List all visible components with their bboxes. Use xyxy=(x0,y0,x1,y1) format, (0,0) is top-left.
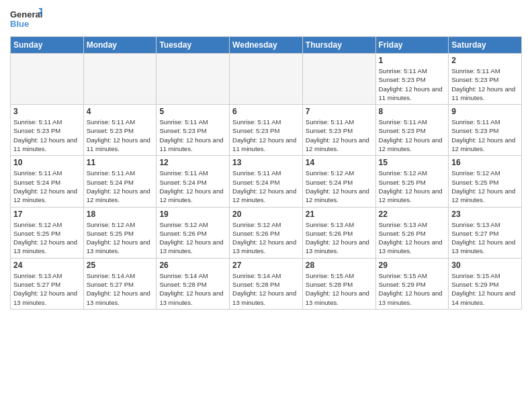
day-number: 19 xyxy=(159,210,226,219)
day-number: 10 xyxy=(13,158,81,167)
day-number: 28 xyxy=(306,261,373,270)
day-info: Sunrise: 5:11 AMSunset: 5:24 PMDaylight:… xyxy=(159,169,226,204)
day-number: 18 xyxy=(87,210,154,219)
calendar-cell: 19Sunrise: 5:12 AMSunset: 5:26 PMDayligh… xyxy=(157,207,230,258)
day-info: Sunrise: 5:12 AMSunset: 5:25 PMDaylight:… xyxy=(379,169,446,204)
day-number: 3 xyxy=(13,107,81,116)
calendar-cell xyxy=(302,54,375,105)
day-info: Sunrise: 5:11 AMSunset: 5:23 PMDaylight:… xyxy=(87,118,154,153)
calendar-cell xyxy=(230,54,303,105)
day-info: Sunrise: 5:11 AMSunset: 5:23 PMDaylight:… xyxy=(379,66,446,102)
week-row-5: 24Sunrise: 5:13 AMSunset: 5:27 PMDayligh… xyxy=(11,258,522,309)
day-info: Sunrise: 5:11 AMSunset: 5:23 PMDaylight:… xyxy=(159,118,226,153)
day-number: 8 xyxy=(379,107,446,116)
day-info: Sunrise: 5:15 AMSunset: 5:28 PMDaylight:… xyxy=(306,271,373,307)
week-row-3: 10Sunrise: 5:11 AMSunset: 5:24 PMDayligh… xyxy=(11,156,522,207)
logo-svg: General Blue xyxy=(10,7,44,32)
day-info: Sunrise: 5:11 AMSunset: 5:24 PMDaylight:… xyxy=(13,169,81,204)
calendar-cell: 29Sunrise: 5:15 AMSunset: 5:29 PMDayligh… xyxy=(375,258,449,309)
day-info: Sunrise: 5:12 AMSunset: 5:25 PMDaylight:… xyxy=(451,169,519,204)
day-number: 16 xyxy=(451,158,519,167)
calendar-cell: 16Sunrise: 5:12 AMSunset: 5:25 PMDayligh… xyxy=(449,156,522,207)
logo: General Blue xyxy=(10,7,44,32)
calendar: SundayMondayTuesdayWednesdayThursdayFrid… xyxy=(10,36,522,310)
day-info: Sunrise: 5:12 AMSunset: 5:25 PMDaylight:… xyxy=(87,220,154,256)
day-info: Sunrise: 5:14 AMSunset: 5:28 PMDaylight:… xyxy=(159,271,226,307)
day-info: Sunrise: 5:11 AMSunset: 5:24 PMDaylight:… xyxy=(232,169,300,204)
weekday-header-saturday: Saturday xyxy=(449,37,522,54)
weekday-header-wednesday: Wednesday xyxy=(230,37,303,54)
day-info: Sunrise: 5:14 AMSunset: 5:28 PMDaylight:… xyxy=(232,271,300,307)
weekday-header-sunday: Sunday xyxy=(11,37,84,54)
day-info: Sunrise: 5:12 AMSunset: 5:26 PMDaylight:… xyxy=(159,220,226,256)
day-info: Sunrise: 5:11 AMSunset: 5:23 PMDaylight:… xyxy=(232,118,300,153)
calendar-cell: 24Sunrise: 5:13 AMSunset: 5:27 PMDayligh… xyxy=(11,258,84,309)
day-info: Sunrise: 5:13 AMSunset: 5:26 PMDaylight:… xyxy=(379,220,446,256)
calendar-cell: 12Sunrise: 5:11 AMSunset: 5:24 PMDayligh… xyxy=(157,156,230,207)
day-info: Sunrise: 5:13 AMSunset: 5:26 PMDaylight:… xyxy=(306,220,373,256)
calendar-cell: 14Sunrise: 5:12 AMSunset: 5:24 PMDayligh… xyxy=(302,156,375,207)
day-number: 1 xyxy=(379,56,446,65)
day-info: Sunrise: 5:11 AMSunset: 5:23 PMDaylight:… xyxy=(451,66,519,102)
week-row-1: 1Sunrise: 5:11 AMSunset: 5:23 PMDaylight… xyxy=(11,54,522,105)
calendar-cell: 26Sunrise: 5:14 AMSunset: 5:28 PMDayligh… xyxy=(157,258,230,309)
day-info: Sunrise: 5:11 AMSunset: 5:23 PMDaylight:… xyxy=(451,118,519,153)
day-number: 14 xyxy=(306,158,373,167)
day-number: 6 xyxy=(232,107,300,116)
calendar-cell: 21Sunrise: 5:13 AMSunset: 5:26 PMDayligh… xyxy=(302,207,375,258)
calendar-cell: 4Sunrise: 5:11 AMSunset: 5:23 PMDaylight… xyxy=(83,105,157,156)
day-number: 11 xyxy=(87,158,154,167)
day-number: 9 xyxy=(451,107,519,116)
calendar-cell: 17Sunrise: 5:12 AMSunset: 5:25 PMDayligh… xyxy=(11,207,84,258)
day-info: Sunrise: 5:13 AMSunset: 5:27 PMDaylight:… xyxy=(13,271,81,307)
calendar-cell: 6Sunrise: 5:11 AMSunset: 5:23 PMDaylight… xyxy=(230,105,303,156)
calendar-cell: 11Sunrise: 5:11 AMSunset: 5:24 PMDayligh… xyxy=(83,156,157,207)
calendar-cell: 30Sunrise: 5:15 AMSunset: 5:29 PMDayligh… xyxy=(449,258,522,309)
weekday-header-friday: Friday xyxy=(375,37,449,54)
weekday-header-monday: Monday xyxy=(83,37,157,54)
calendar-cell: 22Sunrise: 5:13 AMSunset: 5:26 PMDayligh… xyxy=(375,207,449,258)
page: General Blue SundayMondayTuesdayWednesda… xyxy=(0,0,532,411)
calendar-cell: 15Sunrise: 5:12 AMSunset: 5:25 PMDayligh… xyxy=(375,156,449,207)
day-number: 12 xyxy=(159,158,226,167)
weekday-header-row: SundayMondayTuesdayWednesdayThursdayFrid… xyxy=(11,37,522,54)
day-info: Sunrise: 5:11 AMSunset: 5:23 PMDaylight:… xyxy=(13,118,81,153)
header: General Blue xyxy=(10,7,522,32)
calendar-cell: 10Sunrise: 5:11 AMSunset: 5:24 PMDayligh… xyxy=(11,156,84,207)
week-row-2: 3Sunrise: 5:11 AMSunset: 5:23 PMDaylight… xyxy=(11,105,522,156)
day-number: 13 xyxy=(232,158,300,167)
day-number: 22 xyxy=(379,210,446,219)
calendar-cell xyxy=(11,54,84,105)
week-row-4: 17Sunrise: 5:12 AMSunset: 5:25 PMDayligh… xyxy=(11,207,522,258)
calendar-cell: 7Sunrise: 5:11 AMSunset: 5:23 PMDaylight… xyxy=(302,105,375,156)
day-info: Sunrise: 5:13 AMSunset: 5:27 PMDaylight:… xyxy=(451,220,519,256)
day-info: Sunrise: 5:15 AMSunset: 5:29 PMDaylight:… xyxy=(451,271,519,307)
weekday-header-thursday: Thursday xyxy=(302,37,375,54)
calendar-cell: 27Sunrise: 5:14 AMSunset: 5:28 PMDayligh… xyxy=(230,258,303,309)
day-number: 29 xyxy=(379,261,446,270)
day-info: Sunrise: 5:11 AMSunset: 5:23 PMDaylight:… xyxy=(306,118,373,153)
day-number: 2 xyxy=(451,56,519,65)
calendar-cell: 25Sunrise: 5:14 AMSunset: 5:27 PMDayligh… xyxy=(83,258,157,309)
day-info: Sunrise: 5:12 AMSunset: 5:26 PMDaylight:… xyxy=(232,220,300,256)
calendar-cell: 5Sunrise: 5:11 AMSunset: 5:23 PMDaylight… xyxy=(157,105,230,156)
calendar-cell: 1Sunrise: 5:11 AMSunset: 5:23 PMDaylight… xyxy=(375,54,449,105)
day-info: Sunrise: 5:15 AMSunset: 5:29 PMDaylight:… xyxy=(379,271,446,307)
day-info: Sunrise: 5:14 AMSunset: 5:27 PMDaylight:… xyxy=(87,271,154,307)
day-number: 4 xyxy=(87,107,154,116)
day-number: 27 xyxy=(232,261,300,270)
day-number: 25 xyxy=(87,261,154,270)
svg-text:General: General xyxy=(10,9,42,19)
day-info: Sunrise: 5:12 AMSunset: 5:24 PMDaylight:… xyxy=(306,169,373,204)
day-number: 17 xyxy=(13,210,81,219)
day-number: 15 xyxy=(379,158,446,167)
day-number: 21 xyxy=(306,210,373,219)
calendar-cell: 2Sunrise: 5:11 AMSunset: 5:23 PMDaylight… xyxy=(449,54,522,105)
day-number: 23 xyxy=(451,210,519,219)
day-number: 30 xyxy=(451,261,519,270)
calendar-cell: 13Sunrise: 5:11 AMSunset: 5:24 PMDayligh… xyxy=(230,156,303,207)
day-number: 24 xyxy=(13,261,81,270)
calendar-cell: 9Sunrise: 5:11 AMSunset: 5:23 PMDaylight… xyxy=(449,105,522,156)
calendar-cell xyxy=(83,54,157,105)
day-info: Sunrise: 5:11 AMSunset: 5:24 PMDaylight:… xyxy=(87,169,154,204)
